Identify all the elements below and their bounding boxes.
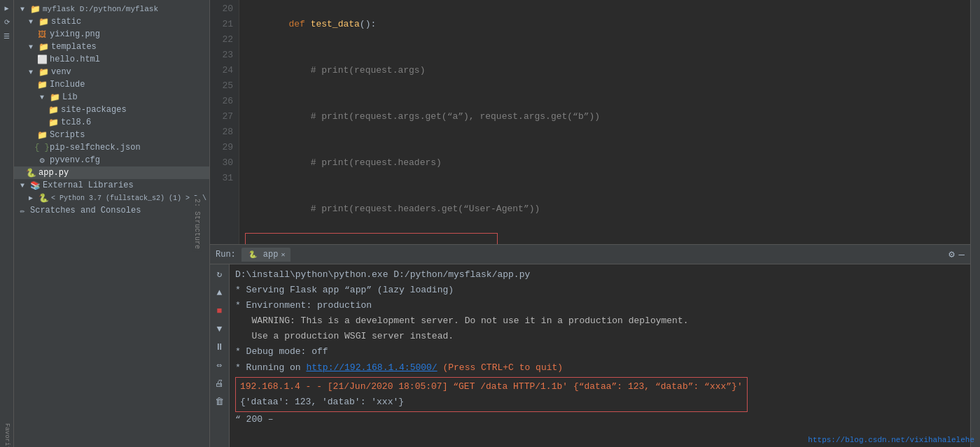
structure-tab[interactable]: 2: Structure [192,195,201,251]
python-tab-icon: 🐍 [247,249,258,260]
server-url-link[interactable]: http://192.168.1.4:5000/ [306,362,437,373]
run-output: D:\install\python\python.exe D:/python/m… [230,264,970,447]
code-line-20: def test_data(): [245,1,965,48]
code-line-24: # print(request.headers.get(“User-Agent”… [245,186,965,232]
output-request-line: 192.168.1.4 - - [21/Jun/2020 18:05:07] “… [240,379,743,395]
scratches-icon: ✏ [17,205,28,216]
tree-label-templates: templates [51,42,97,52]
line-num-27: 27 [210,109,233,125]
line-num-20: 20 [210,1,233,17]
html-icon: ⬜ [36,54,48,65]
line-num-29: 29 [210,140,233,155]
comment-21: # print(request.args) [288,65,425,76]
tree-item-myflask[interactable]: ▼ 📁 myflask D:/python/myflask [14,3,209,15]
minimize-icon[interactable]: — [959,249,965,260]
tree-item-tcl[interactable]: 📁 tcl8.6 [14,116,209,129]
comment-22: # print(request.args.get(“a”), request.a… [288,111,600,122]
run-print-icon[interactable]: 🖨 [213,376,227,390]
line-num-26: 26 [210,94,233,109]
run-tab-app[interactable]: 🐍 app ✕ [241,248,291,262]
main-area: 20 21 22 23 24 25 26 27 28 29 30 31 def … [210,0,970,447]
press-ctrl-text: (Press CTRL+C to quit) [438,362,563,373]
output-line-3: WARNING: This is a development server. D… [235,313,965,329]
run-up-icon[interactable]: ▲ [213,285,227,299]
code-line-21: # print(request.args) [245,48,965,94]
tree-item-venv[interactable]: ▼ 📁 venv [14,66,209,78]
line-num-23: 23 [210,48,233,63]
ext-lib-icon: 📚 [29,180,41,191]
tree-item-site-packages[interactable]: 📁 site-packages [14,104,209,116]
line-num-31: 31 [210,171,233,186]
tree-label-python37: < Python 3.7 (fullstack_s2) (1) > D:\ [51,194,206,202]
run-panel: Run: 🐍 app ✕ ⚙ — ↻ ▲ ■ ▼ ⏸ ⇔ 🖨 🗑 [210,244,970,447]
tree-item-ext-libs[interactable]: ▼ 📚 External Libraries [14,179,209,192]
comment-24: # print(request.headers.get(“User-Agent”… [288,204,540,214]
output-data-line: {'dataa': 123, 'datab': 'xxx'} [240,395,743,410]
run-tab-name: app [263,250,279,260]
tree-item-scratches[interactable]: ✏ Scratches and Consoles [14,204,209,217]
tree-item-hello[interactable]: ⬜ hello.html [14,53,209,66]
line-num-21: 21 [210,17,233,32]
tree-item-lib[interactable]: ▼ 📁 Lib [14,91,209,104]
python-sdk-icon: 🐍 [38,192,49,204]
tree-label-scratches: Scratches and Consoles [30,206,141,215]
arrow-icon: ▼ [25,66,36,78]
left-edge-panel: ▶ ⟳ ☰ Favorites [0,0,14,447]
comment-23: # print(request.headers) [288,157,441,168]
tree-item-templates[interactable]: ▼ 📁 templates [14,41,209,53]
folder-icon: 📁 [36,79,48,90]
fn-name: test_data [311,19,360,29]
left-icon-2: ⟳ [1,17,13,28]
folder-icon: 📁 [49,92,60,103]
footer-blog-link[interactable]: https://blog.csdn.net/vixihahalelehe [808,436,974,444]
run-settings: ⚙ — [948,248,965,260]
arrow-icon: ▼ [36,92,48,103]
tree-item-include[interactable]: 📁 Include [14,78,209,91]
code-line-25: print(request.data) [248,234,494,244]
code-line-23: # print(request.headers) [245,140,965,186]
run-down-icon[interactable]: ▼ [213,322,227,336]
left-icon-1: ▶ [1,3,13,14]
output-line-2: * Environment: production [235,298,965,313]
run-restart-icon[interactable]: ↻ [213,267,227,281]
folder-icon: 📁 [38,66,49,78]
tree-label-tcl: tcl8.6 [61,118,91,127]
tree-label-hello: hello.html [50,55,100,64]
output-line-4: Use a production WSGI server instead. [235,329,965,344]
file-icon: 🖼 [36,29,48,40]
run-stop-icon[interactable]: ■ [213,304,227,318]
arrow-icon: ▼ [17,3,28,15]
folder-icon: 📁 [48,117,59,128]
run-label: Run: [216,250,236,260]
run-trash-icon[interactable]: 🗑 [213,395,227,409]
gear-icon[interactable]: ⚙ [948,248,954,260]
tree-label-lib: Lib [62,92,78,102]
tree-item-yixing[interactable]: 🖼 yixing.png [14,28,209,41]
tree-item-pip-selfcheck[interactable]: { } pip-selfcheck.json [14,141,209,154]
code-line-22: # print(request.args.get(“a”), request.a… [245,94,965,140]
arrow-icon: ▼ [25,41,36,52]
tree-label-myflask: myflask D:/python/myflask [43,5,158,13]
tree-item-app[interactable]: 🐍 app.py [14,166,209,179]
running-on-text: * Running on [235,362,306,373]
right-scrollbar[interactable] [970,0,980,447]
highlight-box-top: print(request.data) import json print(js… [245,233,498,244]
run-pause-icon[interactable]: ⏸ [213,340,227,354]
keyword-def: def [288,19,310,29]
folder-icon: 📁 [38,41,49,52]
line-num-24: 24 [210,63,233,78]
folder-icon: 📁 [36,129,48,141]
tree-item-python37[interactable]: ▶ 🐍 < Python 3.7 (fullstack_s2) (1) > D:… [14,192,209,204]
run-wrap-icon[interactable]: ⇔ [213,358,227,372]
run-tab-close[interactable]: ✕ [281,250,285,259]
tree-item-scripts[interactable]: 📁 Scripts [14,129,209,141]
code-content[interactable]: def test_data(): # print(request.args) #… [239,0,970,244]
tree-item-pyvenv[interactable]: ⚙ pyvenv.cfg [14,154,209,166]
tree-label-static: static [51,17,81,27]
run-header: Run: 🐍 app ✕ ⚙ — [210,245,970,264]
folder-icon: 📁 [38,16,49,27]
tree-item-static[interactable]: ▼ 📁 static [14,15,209,28]
cfg-icon: ⚙ [36,155,48,166]
sidebar: ▼ 📁 myflask D:/python/myflask ▼ 📁 static… [14,0,210,447]
folder-icon: 📁 [48,104,59,115]
